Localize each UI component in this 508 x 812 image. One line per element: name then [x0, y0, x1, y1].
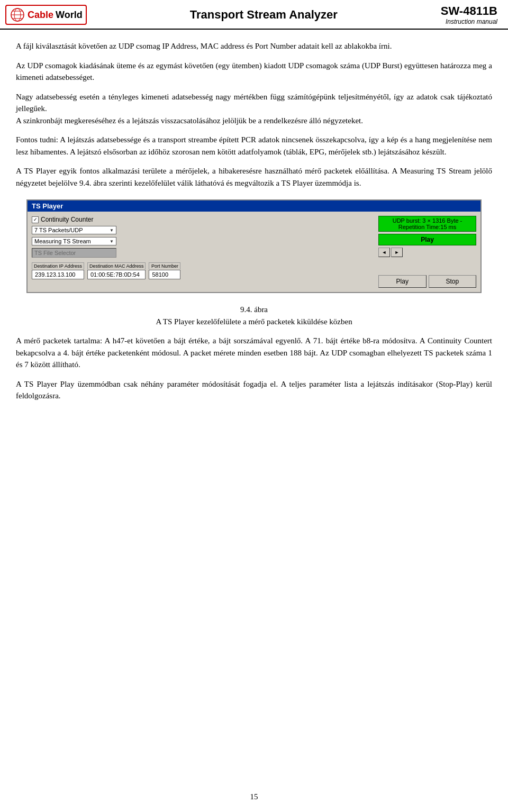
globe-icon: [10, 7, 25, 23]
port-value[interactable]: 58100: [149, 270, 180, 279]
arrow-row: ◄ ►: [378, 248, 476, 257]
paragraph-6: A TS Player egyik fontos alkalmazási ter…: [16, 165, 492, 189]
dropdown-arrow: ▼: [110, 228, 114, 233]
paragraph-7: A mérő packetek tartalma: A h47-et követ…: [16, 335, 492, 371]
header-model: SW-4811B: [441, 4, 497, 18]
measuring-value: Measuring TS Stream: [34, 238, 91, 244]
paragraph-2: Az UDP csomagok kiadásának üteme és az e…: [16, 60, 492, 84]
dest-ip-value[interactable]: 239.123.13.100: [32, 270, 84, 279]
right-controls: UDP burst: 3 × 1316 Byte - Repetition Ti…: [378, 216, 476, 288]
logo-area: CableWorld: [5, 5, 87, 25]
ts-file-row: TS File Selector: [32, 248, 375, 258]
port-label: Port Number: [149, 262, 180, 269]
continuity-checkbox[interactable]: ✓: [32, 216, 39, 223]
page-wrapper: CableWorld Transport Stream Analyzer SW-…: [0, 0, 508, 812]
paragraph-3: Nagy adatsebesség esetén a tényleges kim…: [16, 91, 492, 127]
play-green-button[interactable]: Play: [378, 234, 476, 245]
figure-caption: 9.4. ábra A TS Player kezelőfelülete a m…: [16, 304, 492, 327]
content-area: A fájl kiválasztását követően az UDP cso…: [0, 30, 508, 431]
measuring-row: Measuring TS Stream ▼: [32, 237, 375, 245]
dest-ip-block: Destination IP Address 239.123.13.100: [32, 262, 84, 279]
paragraph-8: A TS Player Play üzemmódban csak néhány …: [16, 378, 492, 402]
udp-burst-label: UDP burst: 3 × 1316 Byte - Repetition Ti…: [378, 216, 476, 232]
page-header: CableWorld Transport Stream Analyzer SW-…: [0, 0, 508, 30]
measuring-arrow: ▼: [110, 239, 114, 244]
logo-world-text: World: [56, 10, 83, 21]
arrow-right-btn[interactable]: ►: [391, 248, 403, 257]
logo-cable-text: Cable: [28, 10, 53, 21]
spacer: [378, 259, 476, 270]
dest-mac-value[interactable]: 01:00:5E:7B:0D:54: [87, 270, 146, 279]
ts-file-selector[interactable]: TS File Selector: [32, 248, 116, 258]
ts-player-container: TS Player ✓ Continuity Counter 7 TS Pack…: [26, 199, 482, 293]
packets-value: 7 TS Packets/UDP: [34, 227, 83, 233]
packets-row: 7 TS Packets/UDP ▼: [32, 226, 375, 234]
play-stop-row: Play Stop: [378, 275, 476, 288]
figure-caption-text: A TS Player kezelőfelülete a mérő packet…: [156, 317, 352, 326]
paragraph-3-text: Nagy adatsebesség esetén a tényleges kim…: [16, 93, 492, 113]
dest-mac-label: Destination MAC Address: [87, 262, 146, 269]
paragraph-5: Fontos tudni: A lejátszás adatsebessége …: [16, 134, 492, 158]
header-right: SW-4811B Instruction manual: [441, 4, 497, 25]
ts-player-titlebar: TS Player: [28, 200, 480, 212]
paragraph-4-text: A szinkronbájt megkereséséhez és a leját…: [16, 116, 363, 125]
arrow-left-btn[interactable]: ◄: [378, 248, 390, 257]
figure-number: 9.4. ábra: [240, 305, 268, 314]
header-subtitle: Instruction manual: [441, 18, 497, 25]
logo-box: CableWorld: [5, 5, 87, 25]
paragraph-1: A fájl kiválasztását követően az UDP cso…: [16, 40, 492, 52]
continuity-row: ✓ Continuity Counter: [32, 216, 375, 223]
port-block: Port Number 58100: [149, 262, 180, 279]
packets-dropdown[interactable]: 7 TS Packets/UDP ▼: [32, 226, 116, 234]
dest-ip-label: Destination IP Address: [32, 262, 84, 269]
page-number: 15: [250, 792, 258, 801]
dest-mac-block: Destination MAC Address 01:00:5E:7B:0D:5…: [87, 262, 146, 279]
continuity-label: Continuity Counter: [41, 216, 93, 223]
measuring-dropdown[interactable]: Measuring TS Stream ▼: [32, 237, 116, 245]
header-title: Transport Stream Analyzer: [87, 8, 441, 22]
fields-row: Destination IP Address 239.123.13.100 De…: [32, 262, 375, 279]
stop-button[interactable]: Stop: [429, 275, 477, 288]
play-button[interactable]: Play: [378, 275, 427, 288]
